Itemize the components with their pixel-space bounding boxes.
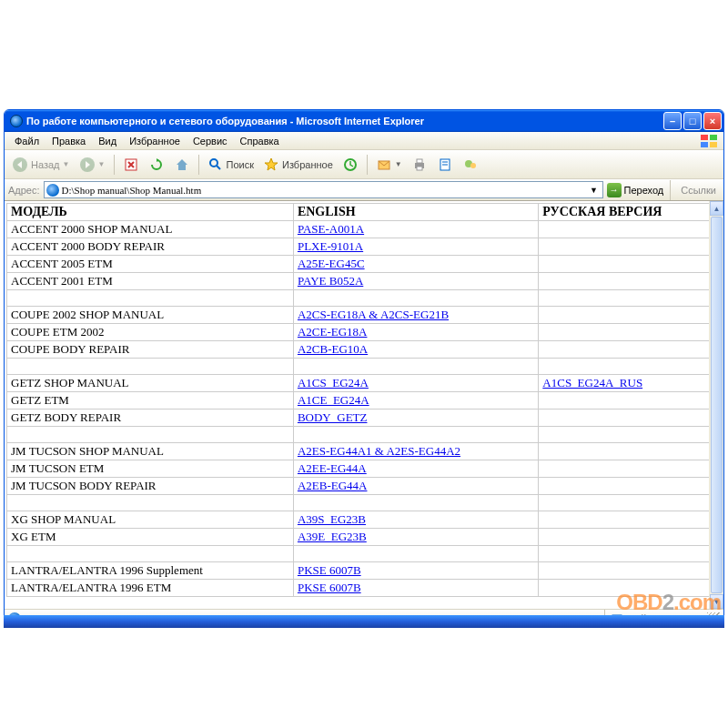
- english-cell: PASE-A001A: [293, 221, 538, 238]
- star-icon: [263, 157, 279, 173]
- go-button[interactable]: → Переход: [607, 183, 664, 197]
- ie-icon: [10, 115, 23, 127]
- model-cell: JM TUCSON SHOP MANUAL: [7, 443, 294, 460]
- address-dropdown[interactable]: ▼: [588, 186, 601, 195]
- manual-link[interactable]: A2ES-EG44A1 & A2ES-EG44A2: [298, 444, 460, 458]
- manual-link[interactable]: PKSE 6007B: [298, 563, 361, 577]
- model-cell: COUPE BODY REPAIR: [7, 341, 294, 359]
- edit-button[interactable]: [433, 154, 457, 176]
- discuss-button[interactable]: [459, 154, 482, 176]
- manual-link[interactable]: A1CS_EG24A: [298, 376, 369, 389]
- menu-help[interactable]: Справка: [234, 134, 286, 148]
- model-cell: LANTRA/ELANTRA 1996 ETM: [7, 580, 294, 597]
- model-cell: ACCENT 2000 BODY REPAIR: [7, 238, 294, 256]
- home-button[interactable]: [170, 154, 194, 176]
- russian-cell: [539, 511, 722, 529]
- scroll-up-button[interactable]: ▲: [710, 201, 723, 216]
- russian-cell: [539, 478, 722, 495]
- col-header-model: МОДЕЛЬ: [7, 204, 294, 221]
- manual-link[interactable]: PAYE B052A: [298, 274, 363, 288]
- menu-view[interactable]: Вид: [92, 134, 123, 148]
- manual-link[interactable]: A2CS-EG18A & A2CS-EG21B: [298, 308, 449, 321]
- english-cell: A39E_EG23B: [293, 529, 538, 546]
- model-cell: ACCENT 2005 ETM: [7, 256, 294, 273]
- menu-edit[interactable]: Правка: [46, 134, 92, 148]
- menu-favorites[interactable]: Избранное: [123, 134, 187, 148]
- russian-cell: [539, 529, 722, 546]
- scrollbar-vertical[interactable]: ▲ ▼: [709, 201, 723, 609]
- stop-button[interactable]: [119, 154, 143, 176]
- history-icon: [342, 157, 359, 173]
- russian-cell: [539, 562, 722, 580]
- russian-cell: [539, 273, 722, 290]
- english-cell: PKSE 6007B: [293, 562, 538, 580]
- manual-link[interactable]: PLXE-9101A: [298, 239, 363, 253]
- manual-link[interactable]: A2EE-EG44A: [298, 461, 367, 475]
- search-icon: [207, 157, 224, 173]
- content-area: МОДЕЛЬENGLISHРУССКАЯ ВЕРСИЯACCENT 2000 S…: [5, 201, 723, 609]
- svg-point-18: [470, 163, 476, 168]
- links-label[interactable]: Ссылки: [677, 185, 720, 196]
- forward-button[interactable]: ▼: [76, 154, 109, 176]
- manual-link[interactable]: A39S_EG23B: [298, 512, 366, 526]
- manual-link[interactable]: PASE-A001A: [298, 222, 364, 236]
- refresh-icon: [148, 157, 165, 173]
- address-input[interactable]: [62, 185, 585, 196]
- menu-tools[interactable]: Сервис: [187, 134, 234, 148]
- manual-link[interactable]: A2CE-EG18A: [298, 325, 368, 339]
- print-button[interactable]: [408, 154, 431, 176]
- manual-link[interactable]: A25E-EG45C: [298, 257, 365, 270]
- search-label: Поиск: [227, 159, 254, 170]
- manual-link[interactable]: A2CB-EG10A: [298, 342, 368, 356]
- browser-window: По работе компьютерного и сетевого обору…: [4, 109, 724, 628]
- manual-link[interactable]: A39E_EG23B: [298, 530, 367, 543]
- discuss-icon: [462, 157, 479, 173]
- favorites-label: Избранное: [282, 159, 333, 170]
- refresh-button[interactable]: [145, 154, 168, 176]
- svg-rect-12: [417, 159, 422, 163]
- english-cell: A2EE-EG44A: [293, 460, 538, 478]
- search-button[interactable]: Поиск: [204, 154, 258, 176]
- close-button[interactable]: ×: [703, 112, 722, 130]
- svg-rect-1: [710, 135, 717, 140]
- manual-link[interactable]: A1CE_EG24A: [298, 393, 369, 407]
- russian-cell: [539, 221, 722, 238]
- address-label: Адрес:: [8, 185, 40, 196]
- model-cell: JM TUCSON ETM: [7, 460, 294, 478]
- manual-link[interactable]: BODY_GETZ: [298, 410, 368, 424]
- model-cell: GETZ BODY REPAIR: [7, 410, 294, 427]
- history-button[interactable]: [339, 154, 362, 176]
- mail-icon: [376, 157, 392, 173]
- scroll-down-button[interactable]: ▼: [710, 594, 723, 609]
- scroll-thumb[interactable]: [711, 217, 723, 593]
- mail-button[interactable]: ▼: [372, 154, 406, 176]
- menu-file[interactable]: Файл: [8, 134, 46, 148]
- manual-link[interactable]: A2EB-EG44A: [298, 479, 368, 492]
- model-cell: GETZ SHOP MANUAL: [7, 375, 294, 392]
- model-cell: COUPE ETM 2002: [7, 324, 294, 341]
- russian-cell: [539, 410, 722, 427]
- english-cell: PKSE 6007B: [293, 580, 538, 597]
- favorites-button[interactable]: Избранное: [259, 154, 337, 176]
- back-label: Назад: [31, 159, 60, 170]
- minimize-button[interactable]: –: [663, 112, 682, 130]
- svg-rect-13: [417, 167, 422, 170]
- col-header-english: ENGLISH: [293, 204, 538, 221]
- back-button[interactable]: Назад ▼: [8, 154, 74, 176]
- address-box[interactable]: ▼: [44, 181, 603, 198]
- model-cell: LANTRA/ELANTRA 1996 Supplement: [7, 562, 294, 580]
- manual-link[interactable]: PKSE 6007B: [298, 581, 361, 594]
- forward-icon: [79, 157, 96, 173]
- svg-point-7: [210, 159, 217, 167]
- russian-cell: [539, 307, 722, 324]
- english-cell: A25E-EG45C: [293, 256, 538, 273]
- maximize-button[interactable]: □: [683, 112, 702, 130]
- manual-link-ru[interactable]: A1CS_EG24A_RUS: [542, 376, 642, 389]
- russian-cell: [539, 443, 722, 460]
- windows-flag-icon: [696, 132, 722, 150]
- russian-cell: [539, 324, 722, 341]
- model-cell: JM TUCSON BODY REPAIR: [7, 478, 294, 495]
- svg-rect-3: [710, 142, 717, 147]
- model-cell: ACCENT 2001 ETM: [7, 273, 294, 290]
- taskbar: [4, 615, 724, 628]
